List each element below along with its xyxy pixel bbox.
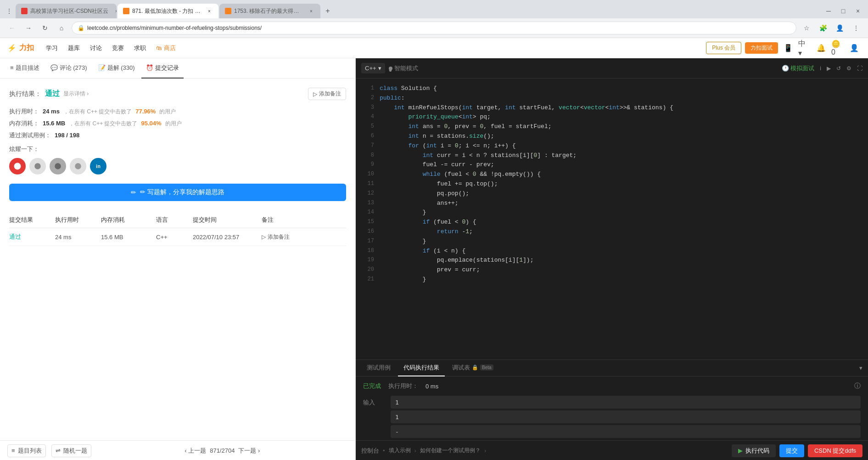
tab-csdn[interactable]: 高校算法学习社区-CSDN社区云 × bbox=[16, 4, 117, 18]
code-editor[interactable]: 1class Solution {2public:3 int minRefuel… bbox=[356, 79, 868, 359]
csdn-submit-button[interactable]: CSDN 提交ddfs bbox=[808, 444, 862, 457]
tab-leetcode-1753[interactable]: 1753. 移除石子的最大得分 题解... × bbox=[219, 4, 320, 18]
bookmark-icon[interactable]: ☆ bbox=[800, 22, 813, 34]
random-problem-button[interactable]: ⇌ 随机一题 bbox=[51, 444, 91, 457]
url-bar[interactable]: 🔒 leetcode.cn/problems/minimum-number-of… bbox=[72, 22, 796, 34]
svg-point-1 bbox=[34, 163, 41, 169]
line-number: 6 bbox=[361, 132, 374, 140]
expand-panel-button[interactable]: ▾ bbox=[859, 365, 862, 371]
runtime-suffix: 的用户 bbox=[159, 108, 176, 116]
prev-problem-button[interactable]: ‹ 上一题 bbox=[185, 447, 206, 455]
nav-contest[interactable]: 竞赛 bbox=[107, 42, 129, 54]
left-panel: ≡ 题目描述 💬 评论 (273) 📝 题解 (330) ⏰ 提交记录 执行结果… bbox=[0, 58, 356, 460]
coin-icon[interactable]: 🪙 0 bbox=[831, 42, 844, 55]
row-status[interactable]: 通过 bbox=[9, 233, 55, 241]
row-note-button[interactable]: ▷ 添加备注 bbox=[262, 233, 298, 241]
tab-submissions[interactable]: ⏰ 提交记录 bbox=[141, 58, 184, 79]
next-label: 下一题 bbox=[238, 447, 256, 454]
weibo-share-button[interactable] bbox=[9, 158, 26, 174]
run-code-label: 执行代码 bbox=[745, 447, 769, 455]
run-code-button[interactable]: ▶ 执行代码 bbox=[732, 444, 776, 457]
tab-solutions[interactable]: 📝 题解 (330) bbox=[94, 58, 140, 79]
exec-info-button[interactable]: ⓘ bbox=[854, 382, 861, 390]
tab2-favicon bbox=[123, 8, 129, 14]
qq-share-button[interactable] bbox=[50, 158, 66, 174]
nav-study[interactable]: 学习 bbox=[41, 42, 62, 54]
line-content: return -1; bbox=[380, 227, 473, 237]
reset-button[interactable]: ↺ bbox=[836, 65, 841, 72]
lang-selector[interactable]: 中 ▾ bbox=[798, 42, 811, 55]
tab2-close[interactable]: × bbox=[206, 7, 213, 15]
runtime-stat: 执行用时： 24 ms ，在所有 C++ 提交中击败了 77.96% 的用户 bbox=[9, 107, 346, 116]
tab-submissions-label: 提交记录 bbox=[155, 64, 179, 72]
tab-description[interactable]: ≡ 题目描述 bbox=[6, 58, 44, 79]
close-button[interactable]: × bbox=[851, 5, 864, 17]
add-note-button[interactable]: ▷ 添加备注 bbox=[308, 88, 346, 100]
browser-menu-icon[interactable]: ⋮ bbox=[4, 6, 15, 17]
tab-leetcode-871[interactable]: 871. 最低加油次数 - 力扣 (Leet... × bbox=[118, 4, 218, 18]
new-tab-button[interactable]: + bbox=[321, 5, 334, 17]
run-button[interactable]: ▶ bbox=[827, 65, 831, 72]
show-details-link[interactable]: 显示详情 › bbox=[63, 90, 89, 98]
browser-chrome: ⋮ 高校算法学习社区-CSDN社区云 × 871. 最低加油次数 - 力扣 (L… bbox=[0, 0, 868, 38]
problem-tabs: ≡ 题目描述 💬 评论 (273) 📝 题解 (330) ⏰ 提交记录 bbox=[0, 58, 355, 79]
tab-exec-results[interactable]: 代码执行结果 bbox=[398, 360, 445, 376]
console-label[interactable]: 控制台 bbox=[361, 447, 379, 455]
line-content: if (fuel < 0) { bbox=[380, 218, 476, 227]
add-note-icon: ▷ bbox=[313, 91, 317, 97]
profile-icon[interactable]: 👤 bbox=[833, 22, 846, 34]
home-button[interactable]: ⌂ bbox=[55, 22, 68, 34]
interview-button[interactable]: 力扣面试 bbox=[745, 42, 778, 54]
language-selector[interactable]: C++ ▾ bbox=[361, 63, 385, 73]
nav-discuss[interactable]: 讨论 bbox=[85, 42, 106, 54]
qzone-share-button[interactable] bbox=[70, 158, 86, 174]
fill-example-button[interactable]: 填入示例 bbox=[389, 447, 411, 454]
wechat-share-button[interactable] bbox=[29, 158, 46, 174]
nav-shop[interactable]: 🛍 商店 bbox=[151, 42, 180, 54]
tab1-close[interactable]: × bbox=[113, 7, 117, 15]
console-separator: • bbox=[383, 447, 385, 454]
extension-icon[interactable]: 🧩 bbox=[817, 22, 829, 34]
minimize-button[interactable]: ─ bbox=[822, 5, 835, 17]
notification-icon[interactable]: 🔔 bbox=[815, 42, 828, 55]
user-avatar[interactable]: 👤 bbox=[848, 42, 861, 55]
tab-test-cases[interactable]: 测试用例 bbox=[361, 360, 396, 376]
smart-mode-toggle[interactable]: ● 智能模式 bbox=[389, 64, 418, 73]
svg-point-2 bbox=[55, 163, 61, 169]
address-bar: ← → ↻ ⌂ 🔒 leetcode.cn/problems/minimum-n… bbox=[0, 18, 868, 38]
tab-comments[interactable]: 💬 评论 (273) bbox=[46, 58, 92, 79]
back-button[interactable]: ← bbox=[6, 22, 18, 34]
how-to-link[interactable]: 如何创建一个测试用例？ bbox=[420, 447, 481, 454]
fullscreen-button[interactable]: ⛶ bbox=[857, 65, 862, 72]
next-problem-button[interactable]: 下一题 › bbox=[238, 447, 260, 455]
code-line-9: 9 fuel -= curr - prev; bbox=[356, 160, 868, 170]
nav-problems[interactable]: 题库 bbox=[63, 42, 84, 54]
browser-settings-icon[interactable]: ⋮ bbox=[850, 22, 862, 34]
mobile-icon[interactable]: 📱 bbox=[782, 42, 795, 55]
lc-header: ⚡ 力扣 学习 题库 讨论 竞赛 求职 🛍 商店 Plus 会员 力扣面试 📱 … bbox=[0, 38, 868, 58]
smart-mode-dot: ● bbox=[389, 67, 392, 70]
line-number: 5 bbox=[361, 122, 374, 131]
write-solution-button[interactable]: ✏ ✏ 写题解，分享我的解题思路 bbox=[9, 184, 346, 201]
tab1-label: 高校算法学习社区-CSDN社区云 bbox=[30, 7, 108, 15]
refresh-button[interactable]: ↻ bbox=[39, 22, 51, 34]
forward-button[interactable]: → bbox=[22, 22, 35, 34]
add-note-label: 添加备注 bbox=[319, 90, 341, 98]
code-line-12: 12 pq.pop(); bbox=[356, 189, 868, 199]
lc-logo[interactable]: ⚡ 力扣 bbox=[7, 43, 34, 53]
tab3-close[interactable]: × bbox=[308, 7, 315, 15]
plus-member-button[interactable]: Plus 会员 bbox=[706, 42, 741, 54]
submit-button[interactable]: 提交 bbox=[779, 444, 804, 457]
code-line-7: 7 for (int i = 0; i <= n; i++) { bbox=[356, 141, 868, 151]
linkedin-share-button[interactable]: in bbox=[90, 158, 106, 174]
problem-list-button[interactable]: ≡ 题目列表 bbox=[7, 444, 46, 457]
nav-jobs[interactable]: 求职 bbox=[129, 42, 151, 54]
simulate-interview-button[interactable]: 🕐 模拟面试 bbox=[782, 64, 815, 73]
runtime-percent: 77.96% bbox=[135, 108, 156, 115]
settings-button[interactable]: ⚙ bbox=[846, 65, 851, 72]
tab-debug[interactable]: 调试表 🔒 Beta bbox=[447, 360, 499, 376]
table-row: 通过 24 ms 15.6 MB C++ 2022/07/10 23:57 ▷ … bbox=[9, 228, 346, 246]
info-button[interactable]: i bbox=[820, 65, 821, 72]
maximize-button[interactable]: □ bbox=[837, 5, 850, 17]
memory-detail: ，在所有 C++ 提交中击败了 bbox=[69, 120, 137, 128]
